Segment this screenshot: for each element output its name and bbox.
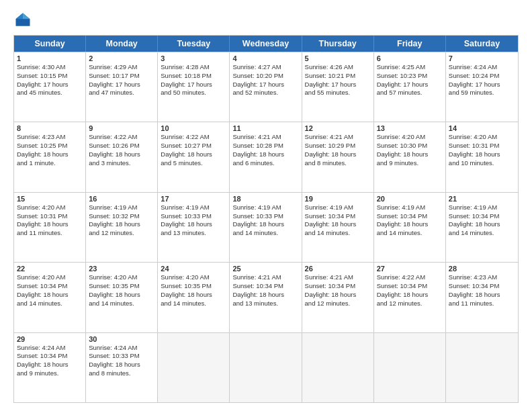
day-info: Sunrise: 4:19 AM Sunset: 10:34 PM Daylig… [377, 203, 443, 238]
day-info: Sunrise: 4:20 AM Sunset: 10:30 PM Daylig… [377, 133, 443, 167]
calendar-row: 22Sunrise: 4:20 AM Sunset: 10:34 PM Dayl… [14, 262, 518, 332]
day-info: Sunrise: 4:21 AM Sunset: 10:34 PM Daylig… [305, 273, 371, 308]
calendar-day-cell: 30Sunrise: 4:24 AM Sunset: 10:33 PM Dayl… [86, 333, 158, 402]
day-info: Sunrise: 4:26 AM Sunset: 10:21 PM Daylig… [305, 63, 371, 97]
day-number: 8 [17, 124, 83, 132]
calendar-empty-cell [446, 333, 518, 402]
day-number: 17 [161, 195, 226, 203]
day-number: 14 [449, 124, 515, 132]
calendar-row: 1Sunrise: 4:30 AM Sunset: 10:15 PM Dayli… [14, 52, 518, 122]
day-number: 11 [232, 124, 298, 132]
calendar-day-cell: 5Sunrise: 4:26 AM Sunset: 10:21 PM Dayli… [302, 52, 374, 122]
day-info: Sunrise: 4:21 AM Sunset: 10:29 PM Daylig… [305, 133, 371, 167]
page: SundayMondayTuesdayWednesdayThursdayFrid… [0, 0, 532, 411]
weekday-header: Friday [374, 36, 446, 52]
logo-icon [13, 11, 32, 30]
calendar-empty-cell [230, 333, 302, 402]
calendar-day-cell: 12Sunrise: 4:21 AM Sunset: 10:29 PM Dayl… [302, 122, 374, 191]
day-info: Sunrise: 4:19 AM Sunset: 10:32 PM Daylig… [89, 203, 154, 238]
day-info: Sunrise: 4:21 AM Sunset: 10:34 PM Daylig… [232, 273, 298, 308]
day-number: 20 [377, 195, 443, 203]
day-info: Sunrise: 4:23 AM Sunset: 10:34 PM Daylig… [449, 273, 515, 308]
calendar-day-cell: 17Sunrise: 4:19 AM Sunset: 10:33 PM Dayl… [158, 193, 230, 262]
calendar-day-cell: 11Sunrise: 4:21 AM Sunset: 10:28 PM Dayl… [230, 122, 302, 191]
day-info: Sunrise: 4:24 AM Sunset: 10:24 PM Daylig… [449, 63, 515, 97]
day-info: Sunrise: 4:21 AM Sunset: 10:28 PM Daylig… [232, 133, 298, 167]
calendar-header: SundayMondayTuesdayWednesdayThursdayFrid… [14, 36, 518, 52]
calendar-day-cell: 14Sunrise: 4:20 AM Sunset: 10:31 PM Dayl… [446, 122, 518, 191]
weekday-header: Thursday [302, 36, 374, 52]
day-number: 4 [232, 54, 298, 62]
calendar-day-cell: 24Sunrise: 4:20 AM Sunset: 10:35 PM Dayl… [158, 263, 230, 332]
day-number: 28 [449, 265, 515, 273]
calendar-empty-cell [302, 333, 374, 402]
day-number: 12 [305, 124, 371, 132]
day-number: 19 [305, 195, 371, 203]
calendar-row: 15Sunrise: 4:20 AM Sunset: 10:31 PM Dayl… [14, 192, 518, 262]
day-number: 29 [17, 335, 83, 343]
day-number: 9 [89, 124, 154, 132]
day-number: 1 [17, 54, 83, 62]
svg-marker-1 [23, 13, 30, 19]
day-info: Sunrise: 4:20 AM Sunset: 10:34 PM Daylig… [17, 273, 83, 308]
calendar-day-cell: 8Sunrise: 4:23 AM Sunset: 10:25 PM Dayli… [14, 122, 86, 191]
day-number: 22 [17, 265, 83, 273]
calendar-day-cell: 1Sunrise: 4:30 AM Sunset: 10:15 PM Dayli… [14, 52, 86, 122]
day-info: Sunrise: 4:20 AM Sunset: 10:35 PM Daylig… [161, 273, 226, 308]
day-info: Sunrise: 4:28 AM Sunset: 10:18 PM Daylig… [161, 63, 226, 97]
day-number: 2 [89, 54, 154, 62]
calendar-day-cell: 25Sunrise: 4:21 AM Sunset: 10:34 PM Dayl… [230, 263, 302, 332]
calendar-day-cell: 26Sunrise: 4:21 AM Sunset: 10:34 PM Dayl… [302, 263, 374, 332]
calendar-day-cell: 15Sunrise: 4:20 AM Sunset: 10:31 PM Dayl… [14, 193, 86, 262]
day-info: Sunrise: 4:20 AM Sunset: 10:31 PM Daylig… [449, 133, 515, 167]
calendar-day-cell: 3Sunrise: 4:28 AM Sunset: 10:18 PM Dayli… [158, 52, 230, 122]
day-number: 21 [449, 195, 515, 203]
calendar-day-cell: 19Sunrise: 4:19 AM Sunset: 10:34 PM Dayl… [302, 193, 374, 262]
calendar-day-cell: 21Sunrise: 4:19 AM Sunset: 10:34 PM Dayl… [446, 193, 518, 262]
day-info: Sunrise: 4:22 AM Sunset: 10:26 PM Daylig… [89, 133, 154, 167]
day-info: Sunrise: 4:19 AM Sunset: 10:34 PM Daylig… [449, 203, 515, 238]
day-info: Sunrise: 4:24 AM Sunset: 10:33 PM Daylig… [89, 344, 154, 378]
day-number: 24 [161, 265, 226, 273]
day-info: Sunrise: 4:27 AM Sunset: 10:20 PM Daylig… [232, 63, 298, 97]
weekday-header: Monday [86, 36, 158, 52]
calendar-day-cell: 18Sunrise: 4:19 AM Sunset: 10:33 PM Dayl… [230, 193, 302, 262]
calendar-empty-cell [374, 333, 446, 402]
day-number: 26 [305, 265, 371, 273]
calendar: SundayMondayTuesdayWednesdayThursdayFrid… [13, 35, 519, 403]
day-number: 6 [377, 54, 443, 62]
day-info: Sunrise: 4:22 AM Sunset: 10:34 PM Daylig… [377, 273, 443, 308]
calendar-row: 8Sunrise: 4:23 AM Sunset: 10:25 PM Dayli… [14, 122, 518, 191]
calendar-day-cell: 20Sunrise: 4:19 AM Sunset: 10:34 PM Dayl… [374, 193, 446, 262]
calendar-row: 29Sunrise: 4:24 AM Sunset: 10:34 PM Dayl… [14, 332, 518, 402]
calendar-day-cell: 27Sunrise: 4:22 AM Sunset: 10:34 PM Dayl… [374, 263, 446, 332]
weekday-header: Tuesday [158, 36, 230, 52]
calendar-day-cell: 22Sunrise: 4:20 AM Sunset: 10:34 PM Dayl… [14, 263, 86, 332]
day-info: Sunrise: 4:30 AM Sunset: 10:15 PM Daylig… [17, 63, 83, 97]
day-info: Sunrise: 4:29 AM Sunset: 10:17 PM Daylig… [89, 63, 154, 97]
day-info: Sunrise: 4:19 AM Sunset: 10:33 PM Daylig… [232, 203, 298, 238]
calendar-body: 1Sunrise: 4:30 AM Sunset: 10:15 PM Dayli… [14, 52, 518, 402]
day-info: Sunrise: 4:22 AM Sunset: 10:27 PM Daylig… [161, 133, 226, 167]
header [13, 11, 519, 30]
day-number: 27 [377, 265, 443, 273]
day-info: Sunrise: 4:20 AM Sunset: 10:35 PM Daylig… [89, 273, 154, 308]
day-info: Sunrise: 4:19 AM Sunset: 10:34 PM Daylig… [305, 203, 371, 238]
day-number: 13 [377, 124, 443, 132]
day-info: Sunrise: 4:24 AM Sunset: 10:34 PM Daylig… [17, 344, 83, 378]
day-number: 5 [305, 54, 371, 62]
calendar-day-cell: 10Sunrise: 4:22 AM Sunset: 10:27 PM Dayl… [158, 122, 230, 191]
day-number: 23 [89, 265, 154, 273]
calendar-day-cell: 13Sunrise: 4:20 AM Sunset: 10:30 PM Dayl… [374, 122, 446, 191]
calendar-day-cell: 23Sunrise: 4:20 AM Sunset: 10:35 PM Dayl… [86, 263, 158, 332]
day-number: 7 [449, 54, 515, 62]
calendar-day-cell: 7Sunrise: 4:24 AM Sunset: 10:24 PM Dayli… [446, 52, 518, 122]
day-number: 25 [232, 265, 298, 273]
day-number: 18 [232, 195, 298, 203]
calendar-empty-cell [158, 333, 230, 402]
calendar-day-cell: 16Sunrise: 4:19 AM Sunset: 10:32 PM Dayl… [86, 193, 158, 262]
calendar-day-cell: 4Sunrise: 4:27 AM Sunset: 10:20 PM Dayli… [230, 52, 302, 122]
day-number: 16 [89, 195, 154, 203]
weekday-header: Sunday [14, 36, 86, 52]
calendar-day-cell: 9Sunrise: 4:22 AM Sunset: 10:26 PM Dayli… [86, 122, 158, 191]
